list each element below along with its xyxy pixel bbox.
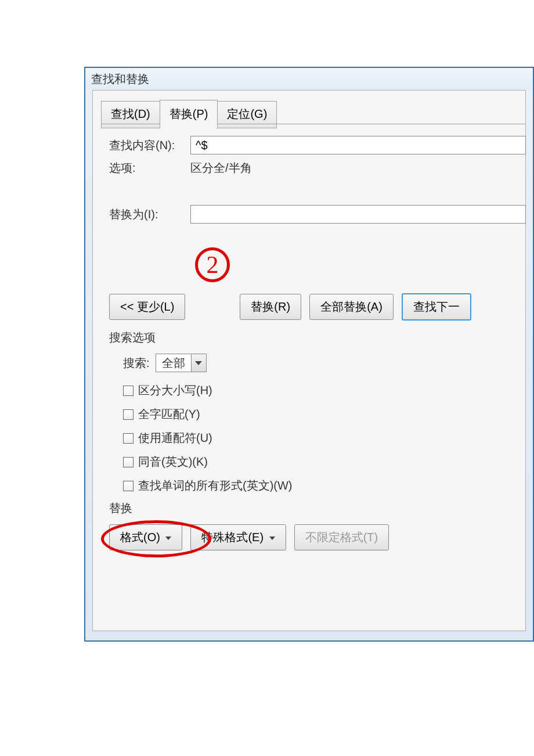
- dropdown-arrow-icon[interactable]: [191, 354, 206, 372]
- find-next-button[interactable]: 查找下一: [402, 293, 471, 321]
- replace-with-label: 替换为(I):: [109, 207, 190, 222]
- replace-with-input[interactable]: [190, 205, 526, 224]
- replace-button[interactable]: 替换(R): [240, 294, 301, 320]
- search-direction-value: 全部: [156, 355, 191, 371]
- replace-with-row: 替换为(I):: [109, 205, 525, 224]
- match-case-checkbox[interactable]: [123, 386, 134, 396]
- word-forms-label: 查找单词的所有形式(英文)(W): [138, 478, 293, 494]
- format-button-label: 格式(O): [120, 531, 160, 543]
- options-value: 区分全/半角: [190, 160, 525, 176]
- tab-replace[interactable]: 替换(P): [160, 100, 218, 127]
- less-options-button[interactable]: << 更少(L): [109, 294, 185, 320]
- action-button-row: << 更少(L) 替换(R) 全部替换(A) 查找下一: [109, 293, 525, 321]
- chevron-down-icon: [269, 537, 275, 540]
- match-case-row[interactable]: 区分大小写(H): [123, 383, 525, 398]
- sounds-like-row[interactable]: 同音(英文)(K): [123, 454, 525, 470]
- find-row: 查找内容(N):: [109, 136, 525, 154]
- dialog-title: 查找和替换: [85, 68, 533, 90]
- replace-format-section: 替换 格式(O) 特殊格式(E) 不限定格式(T): [109, 501, 525, 550]
- replace-section-heading: 替换: [109, 501, 525, 516]
- wildcards-checkbox[interactable]: [123, 433, 134, 444]
- format-button[interactable]: 格式(O): [109, 524, 182, 550]
- special-format-button[interactable]: 特殊格式(E): [190, 524, 286, 550]
- chevron-down-icon: [165, 537, 171, 540]
- search-direction-row: 搜索: 全部: [123, 354, 525, 372]
- search-direction-label: 搜索:: [123, 355, 150, 371]
- find-label: 查找内容(N):: [109, 138, 190, 153]
- whole-word-row[interactable]: 全字匹配(Y): [123, 406, 525, 422]
- wildcards-label: 使用通配符(U): [138, 430, 212, 446]
- options-label: 选项:: [109, 160, 190, 176]
- search-options-heading: 搜索选项: [109, 330, 525, 345]
- tab-content: 查找内容(N): 选项: 区分全/半角 替换为(I): 2 << 更少(L) 替…: [109, 136, 525, 502]
- dialog-client-area: 查找(D) 替换(P) 定位(G) 查找内容(N): 选项: 区分全/半角 替换…: [92, 90, 526, 631]
- special-format-button-label: 特殊格式(E): [201, 531, 264, 543]
- word-forms-row[interactable]: 查找单词的所有形式(英文)(W): [123, 478, 525, 494]
- annotation-step-2: 2: [195, 247, 230, 282]
- sounds-like-checkbox[interactable]: [123, 457, 134, 467]
- search-options-group: 搜索: 全部 区分大小写(H) 全字匹配(Y) 使用通配符(U): [123, 354, 525, 494]
- whole-word-label: 全字匹配(Y): [138, 406, 200, 422]
- whole-word-checkbox[interactable]: [123, 409, 134, 420]
- no-format-button: 不限定格式(T): [294, 524, 389, 550]
- replace-all-button[interactable]: 全部替换(A): [309, 294, 394, 320]
- tab-strip: 查找(D) 替换(P) 定位(G): [101, 100, 276, 127]
- find-input[interactable]: [190, 136, 526, 154]
- sounds-like-label: 同音(英文)(K): [138, 454, 208, 470]
- search-direction-select[interactable]: 全部: [156, 354, 207, 372]
- find-replace-dialog: 查找和替换 查找(D) 替换(P) 定位(G) 查找内容(N): 选项: 区分全…: [84, 67, 534, 642]
- wildcards-row[interactable]: 使用通配符(U): [123, 430, 525, 446]
- replace-format-buttons: 格式(O) 特殊格式(E) 不限定格式(T): [109, 524, 525, 550]
- word-forms-checkbox[interactable]: [123, 481, 134, 491]
- options-row: 选项: 区分全/半角: [109, 160, 525, 176]
- match-case-label: 区分大小写(H): [138, 383, 212, 398]
